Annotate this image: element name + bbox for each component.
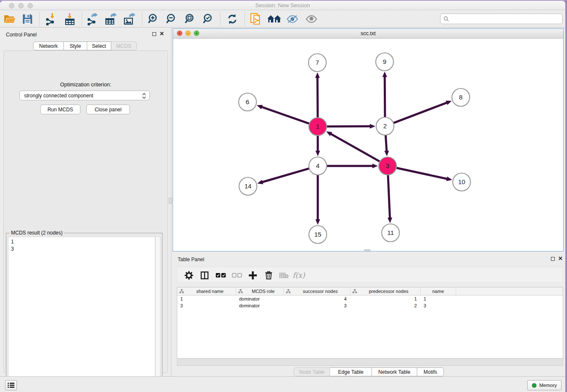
graph-edge-4-14[interactable] bbox=[262, 168, 309, 182]
network-resize-grip[interactable] bbox=[364, 249, 370, 251]
mcds-panel: Optimization criterion: strongly connect… bbox=[3, 50, 168, 373]
graph-edge-2-9[interactable] bbox=[385, 76, 385, 117]
column-header-MCDS-role[interactable]: MCDS role bbox=[236, 287, 284, 295]
export-network-icon[interactable] bbox=[85, 13, 99, 25]
zoom-selected-icon[interactable] bbox=[201, 13, 215, 25]
tab-style[interactable]: Style bbox=[64, 41, 87, 50]
export-table-icon[interactable] bbox=[103, 13, 118, 25]
graph-edge-3-1[interactable] bbox=[330, 134, 380, 162]
tree-icon bbox=[238, 289, 243, 293]
mcds-result-text[interactable]: 1 3 bbox=[8, 237, 155, 389]
control-panel-tabs: Network Style Select MCDS bbox=[33, 41, 137, 50]
tab-network[interactable]: Network bbox=[33, 41, 64, 50]
table-body: 1dominator4113dominator323 bbox=[177, 295, 563, 309]
window-title: Session: New Session bbox=[0, 2, 565, 8]
tab-motifs[interactable]: Motifs bbox=[417, 367, 444, 376]
arrowhead-icon bbox=[370, 124, 375, 129]
import-table-icon[interactable] bbox=[63, 13, 77, 25]
select-all-icon[interactable] bbox=[215, 269, 227, 281]
graph-node-label: 8 bbox=[459, 94, 462, 101]
vertical-splitter-grip[interactable] bbox=[169, 198, 172, 204]
graph-node-label: 7 bbox=[316, 59, 319, 66]
network-window: × − + scc.txt 7968124314101511 bbox=[173, 28, 564, 251]
arrowhead-icon bbox=[384, 151, 389, 156]
tree-icon bbox=[352, 289, 357, 293]
tab-edge-table[interactable]: Edge Table bbox=[330, 367, 372, 376]
network-window-titlebar[interactable]: × − + scc.txt bbox=[173, 29, 563, 39]
save-session-icon[interactable] bbox=[20, 13, 35, 25]
zoom-in-icon[interactable] bbox=[146, 13, 160, 25]
table-cell: 1 bbox=[177, 296, 236, 301]
import-network-icon[interactable] bbox=[44, 13, 58, 25]
graph-node-label: 4 bbox=[316, 162, 319, 169]
close-panel-button[interactable]: Close panel bbox=[86, 105, 130, 114]
delete-column-icon[interactable] bbox=[262, 269, 275, 281]
column-header-shared-name[interactable]: shared name bbox=[177, 287, 236, 295]
table-cell: dominator bbox=[236, 303, 284, 308]
float-panel-icon[interactable] bbox=[152, 32, 156, 36]
zoom-fit-icon[interactable] bbox=[183, 13, 197, 25]
optimization-criterion-label: Optimization criterion: bbox=[4, 82, 168, 88]
list-icon bbox=[8, 382, 14, 388]
arrowhead-icon bbox=[257, 105, 263, 109]
table-panel-title: Table Panel bbox=[178, 257, 204, 262]
horizontal-splitter[interactable] bbox=[173, 252, 565, 255]
home-icon[interactable] bbox=[267, 13, 281, 25]
tab-network-table[interactable]: Network Table bbox=[372, 367, 417, 376]
deselect-all-icon[interactable] bbox=[231, 269, 243, 281]
tab-mcds[interactable]: MCDS bbox=[111, 41, 137, 50]
node-table[interactable]: shared nameMCDS rolesuccessor nodesprede… bbox=[177, 287, 563, 359]
hide-eye-icon[interactable] bbox=[285, 13, 300, 25]
column-header-name[interactable]: name bbox=[421, 287, 456, 295]
column-header-successor-nodes[interactable]: successor nodes bbox=[284, 287, 350, 295]
delete-table-icon[interactable] bbox=[278, 269, 290, 281]
columns-icon[interactable] bbox=[198, 269, 211, 281]
tab-select[interactable]: Select bbox=[87, 41, 111, 50]
result-scrollbar[interactable] bbox=[155, 237, 160, 389]
table-row[interactable]: 1dominator411 bbox=[177, 295, 563, 302]
tab-node-table[interactable]: Node Table bbox=[294, 367, 330, 376]
graph-node-label: 14 bbox=[245, 182, 252, 190]
criterion-select[interactable]: strongly connected component bbox=[19, 91, 150, 100]
memory-button[interactable]: Memory bbox=[527, 380, 561, 390]
table-cell: 3 bbox=[284, 303, 350, 308]
search-input[interactable] bbox=[451, 16, 562, 22]
close-panel-icon[interactable]: ✕ bbox=[160, 32, 164, 36]
control-panel: Control Panel ✕ Network Style Select MCD… bbox=[0, 28, 171, 376]
graph-node-label: 1 bbox=[316, 123, 319, 130]
toolbar-separator bbox=[39, 12, 40, 26]
open-file-icon[interactable] bbox=[3, 13, 17, 25]
graph-node-label: 3 bbox=[386, 162, 389, 169]
clone-network-icon[interactable] bbox=[249, 13, 263, 25]
table-toolbar: f(x) bbox=[177, 267, 563, 283]
graph-edge-2-8[interactable] bbox=[394, 102, 448, 123]
function-builder-icon[interactable]: f(x) bbox=[292, 269, 305, 281]
close-table-panel-icon[interactable]: ✕ bbox=[558, 257, 563, 260]
toolbar-separator bbox=[82, 12, 82, 26]
network-graph[interactable]: 7968124314101511 bbox=[173, 39, 563, 251]
refresh-icon[interactable] bbox=[225, 13, 239, 25]
gear-icon[interactable] bbox=[182, 269, 195, 281]
graph-edge-2-3[interactable] bbox=[385, 135, 386, 152]
table-cell: 1 bbox=[350, 296, 421, 301]
main-toolbar bbox=[0, 10, 565, 28]
graph-edge-1-6[interactable] bbox=[261, 107, 309, 124]
table-cell: dominator bbox=[236, 296, 284, 301]
table-row[interactable]: 3dominator323 bbox=[177, 302, 563, 309]
criterion-value: strongly connected component bbox=[24, 93, 93, 99]
graph-edge-3-11[interactable] bbox=[388, 175, 390, 218]
float-table-panel-icon[interactable] bbox=[551, 257, 555, 261]
show-eye-icon[interactable] bbox=[304, 13, 319, 25]
graph-edge-1-7[interactable] bbox=[317, 77, 318, 118]
select-stepper-icon bbox=[142, 92, 146, 101]
column-header-predecessor-nodes[interactable]: predecessor nodes bbox=[350, 287, 421, 295]
graph-edge-3-10[interactable] bbox=[396, 168, 448, 179]
task-history-button[interactable] bbox=[5, 380, 17, 390]
network-canvas[interactable]: 7968124314101511 bbox=[173, 39, 563, 251]
run-mcds-button[interactable]: Run MCDS bbox=[40, 105, 80, 114]
zoom-out-icon[interactable] bbox=[164, 13, 179, 25]
search-box[interactable] bbox=[440, 14, 563, 24]
add-column-icon[interactable] bbox=[246, 269, 259, 281]
graph-edge-1-2[interactable] bbox=[327, 126, 371, 127]
export-image-icon[interactable] bbox=[122, 13, 136, 25]
